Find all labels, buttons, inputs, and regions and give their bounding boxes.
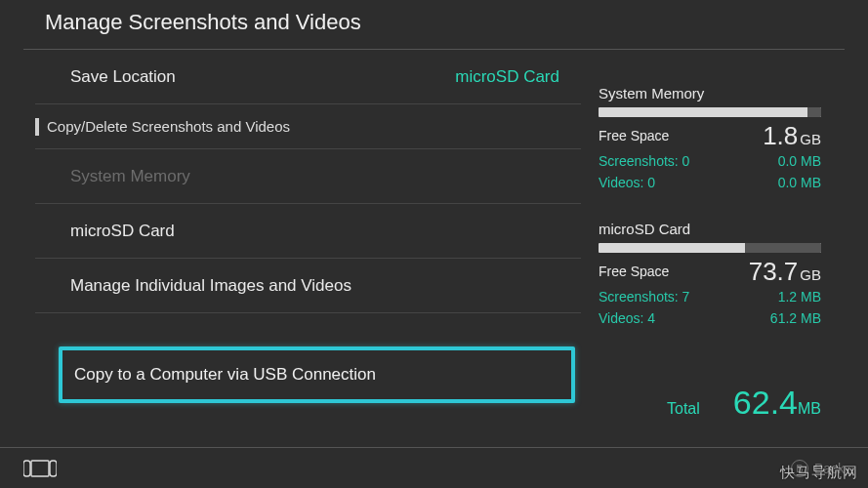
save-location-value: microSD Card <box>455 67 559 87</box>
main-area: Save Location microSD Card Copy/Delete S… <box>0 50 868 422</box>
microsd-free-space-label: Free Space <box>599 261 669 286</box>
console-icon <box>23 460 57 477</box>
system-memory-bar <box>599 107 821 117</box>
microsd-screenshots-line: Screenshots: 7 1.2 MB <box>599 286 821 307</box>
microsd-videos-label: Videos: 4 <box>599 307 655 329</box>
footer-bar: B Back <box>0 447 868 488</box>
system-videos-line: Videos: 0 0.0 MB <box>599 172 821 193</box>
microsd-label: microSD Card <box>70 222 175 241</box>
total-label: Total <box>667 400 700 418</box>
left-column: Save Location microSD Card Copy/Delete S… <box>0 50 581 422</box>
system-free-space-line: Free Space 1.8GB <box>599 125 821 150</box>
system-free-space-value: 1.8GB <box>763 125 821 150</box>
system-screenshots-value: 0.0 MB <box>778 150 821 172</box>
system-free-space-label: Free Space <box>599 125 669 150</box>
svg-rect-1 <box>50 461 57 476</box>
section-header-label: Copy/Delete Screenshots and Videos <box>47 118 290 135</box>
spacer <box>35 313 581 346</box>
system-memory-block: System Memory Free Space 1.8GB Screensho… <box>599 85 845 193</box>
manage-individual-label: Manage Individual Images and Videos <box>70 276 351 296</box>
right-column: System Memory Free Space 1.8GB Screensho… <box>581 50 845 422</box>
section-header-copy-delete: Copy/Delete Screenshots and Videos <box>35 104 581 149</box>
svg-rect-0 <box>23 461 30 476</box>
watermark: 快马导航网 <box>780 464 858 482</box>
section-marker-icon <box>35 118 39 136</box>
microsd-title: microSD Card <box>599 221 845 237</box>
system-screenshots-line: Screenshots: 0 0.0 MB <box>599 150 821 172</box>
microsd-block: microSD Card Free Space 73.7GB Screensho… <box>599 221 845 329</box>
copy-usb-label: Copy to a Computer via USB Connection <box>74 365 376 385</box>
microsd-bar <box>599 243 821 253</box>
svg-rect-2 <box>31 461 49 476</box>
copy-usb-button[interactable]: Copy to a Computer via USB Connection <box>59 346 575 403</box>
manage-individual-item[interactable]: Manage Individual Images and Videos <box>35 259 581 313</box>
microsd-screenshots-value: 1.2 MB <box>778 286 821 307</box>
microsd-videos-line: Videos: 4 61.2 MB <box>599 307 821 329</box>
system-videos-value: 0.0 MB <box>778 172 821 193</box>
microsd-free-space-line: Free Space 73.7GB <box>599 261 821 286</box>
page-title: Manage Screenshots and Videos <box>0 0 868 49</box>
microsd-bar-free <box>745 243 821 253</box>
system-screenshots-label: Screenshots: 0 <box>599 150 689 172</box>
microsd-item[interactable]: microSD Card <box>35 204 581 259</box>
system-memory-label: System Memory <box>70 167 190 186</box>
microsd-free-space-value: 73.7GB <box>749 261 821 286</box>
save-location-label: Save Location <box>70 67 176 87</box>
system-memory-item: System Memory <box>35 149 581 204</box>
save-location-row[interactable]: Save Location microSD Card <box>35 50 581 104</box>
system-memory-title: System Memory <box>599 85 845 102</box>
total-row: Total 62.4MB <box>599 384 821 422</box>
system-memory-bar-free <box>807 107 821 117</box>
system-videos-label: Videos: 0 <box>599 172 655 193</box>
total-value: 62.4MB <box>733 384 821 422</box>
microsd-screenshots-label: Screenshots: 7 <box>599 286 689 307</box>
microsd-videos-value: 61.2 MB <box>770 307 821 329</box>
